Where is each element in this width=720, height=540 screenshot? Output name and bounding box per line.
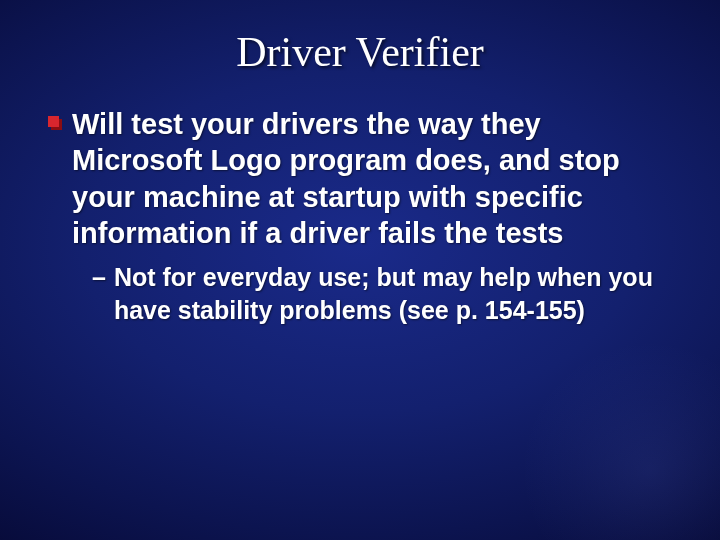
bullet-item: Will test your drivers the way they Micr… (48, 106, 672, 251)
dash-icon: – (92, 261, 106, 294)
sub-bullet-text: Not for everyday use; but may help when … (114, 261, 672, 326)
slide-title: Driver Verifier (0, 0, 720, 76)
corner-glow-decoration (520, 340, 720, 540)
slide: Driver Verifier Will test your drivers t… (0, 0, 720, 540)
slide-body: Will test your drivers the way they Micr… (0, 76, 720, 326)
square-bullet-icon (48, 116, 62, 130)
bullet-text: Will test your drivers the way they Micr… (72, 106, 672, 251)
sub-bullet-item: – Not for everyday use; but may help whe… (48, 261, 672, 326)
